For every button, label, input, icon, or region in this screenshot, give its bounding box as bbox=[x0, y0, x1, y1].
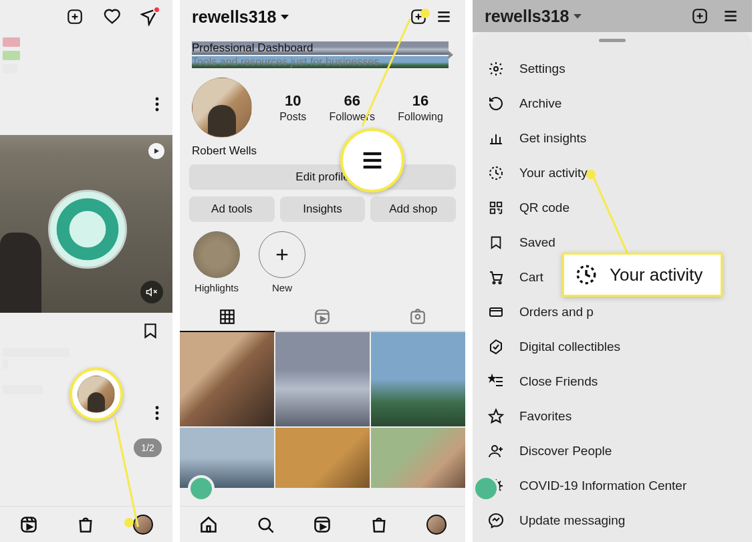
menu-icon-callout bbox=[340, 128, 404, 192]
svg-rect-57 bbox=[497, 202, 501, 207]
svg-point-68 bbox=[492, 446, 497, 451]
search-icon[interactable] bbox=[256, 515, 275, 534]
full-name: Robert Wells bbox=[180, 140, 465, 164]
menu-orders[interactable]: Orders and payments bbox=[473, 295, 752, 329]
svg-point-9 bbox=[156, 406, 159, 410]
chevron-down-icon bbox=[281, 15, 289, 19]
post-thumb[interactable] bbox=[275, 428, 370, 488]
profile-tabs bbox=[180, 303, 465, 332]
create-icon[interactable] bbox=[66, 7, 84, 26]
chevron-down-icon bbox=[574, 14, 582, 19]
tab-posts-grid[interactable] bbox=[180, 303, 275, 332]
bookmark-icon bbox=[487, 235, 505, 250]
archive-icon bbox=[487, 96, 505, 112]
shop-icon[interactable] bbox=[76, 515, 95, 534]
svg-rect-56 bbox=[491, 202, 495, 207]
chevron-right-icon bbox=[449, 51, 453, 59]
svg-line-37 bbox=[268, 527, 273, 532]
add-shop-button[interactable]: Add shop bbox=[370, 196, 456, 222]
menu-icon[interactable] bbox=[434, 7, 453, 26]
post-thumb[interactable] bbox=[371, 332, 465, 426]
menu-covid[interactable]: COVID-19 Information Center bbox=[473, 468, 752, 503]
post-thumb[interactable] bbox=[275, 332, 370, 426]
svg-rect-25 bbox=[221, 310, 234, 323]
menu-digital[interactable]: Digital collectibles bbox=[473, 329, 752, 364]
story-row bbox=[0, 33, 172, 76]
svg-rect-35 bbox=[207, 526, 210, 531]
highlight-new[interactable]: New bbox=[259, 231, 305, 293]
mute-icon[interactable] bbox=[140, 281, 163, 303]
menu-discover[interactable]: Discover People bbox=[473, 434, 752, 468]
svg-point-59 bbox=[493, 282, 495, 284]
bottom-nav bbox=[0, 506, 172, 542]
feed-topbar bbox=[0, 0, 172, 33]
card-icon bbox=[487, 304, 505, 320]
username-dropdown[interactable]: rewells318 bbox=[485, 7, 690, 26]
stat-following[interactable]: 16 Following bbox=[398, 92, 443, 123]
svg-marker-16 bbox=[27, 525, 31, 529]
menu-favorites[interactable]: Favorites bbox=[473, 399, 752, 434]
messages-icon[interactable] bbox=[140, 7, 159, 26]
activity-heart-icon[interactable] bbox=[103, 7, 122, 26]
menu-update-messaging[interactable]: Update messaging bbox=[473, 503, 752, 538]
profile-avatar[interactable] bbox=[192, 78, 252, 138]
post-thumb[interactable] bbox=[180, 332, 274, 426]
activity-icon bbox=[487, 165, 505, 181]
messages-badge bbox=[153, 6, 160, 13]
profile-stats: 10 Posts 66 Followers 16 Following bbox=[268, 92, 455, 123]
post-thumb[interactable] bbox=[371, 428, 465, 488]
svg-point-3 bbox=[156, 98, 159, 101]
fab-compose[interactable] bbox=[473, 475, 499, 502]
svg-marker-67 bbox=[489, 410, 503, 422]
reels-icon[interactable] bbox=[19, 515, 38, 534]
reels-icon[interactable] bbox=[313, 515, 332, 534]
menu-archive[interactable]: Archive bbox=[473, 86, 752, 121]
svg-point-5 bbox=[156, 108, 159, 112]
stat-posts[interactable]: 10 Posts bbox=[279, 92, 306, 123]
username-dropdown[interactable]: rewells318 bbox=[192, 7, 402, 27]
svg-point-4 bbox=[156, 103, 159, 106]
svg-rect-58 bbox=[491, 209, 495, 213]
menu-insights[interactable]: Get insights bbox=[473, 121, 752, 156]
more-icon[interactable] bbox=[155, 97, 159, 114]
username-text: rewells318 bbox=[192, 7, 277, 27]
menu-your-activity[interactable]: Your activity bbox=[473, 156, 752, 190]
shop-icon[interactable] bbox=[370, 515, 388, 534]
tab-tagged[interactable] bbox=[370, 303, 465, 331]
svg-marker-63 bbox=[489, 376, 495, 381]
dimmed-header: rewells318 bbox=[473, 0, 752, 32]
create-icon[interactable] bbox=[690, 7, 709, 25]
svg-point-10 bbox=[156, 412, 159, 415]
menu-settings[interactable]: Settings bbox=[473, 51, 752, 86]
highlights-row: Highlights New bbox=[180, 231, 465, 303]
profile-tab-avatar[interactable] bbox=[426, 515, 447, 535]
menu-close-friends[interactable]: Close Friends bbox=[473, 364, 752, 399]
save-post-icon[interactable] bbox=[0, 313, 172, 345]
activity-icon bbox=[575, 263, 598, 286]
professional-dashboard-link[interactable]: Professional Dashboard Tools and resourc… bbox=[186, 35, 459, 75]
messenger-icon bbox=[487, 513, 505, 529]
fab-compose[interactable] bbox=[188, 475, 215, 502]
list-star-icon bbox=[487, 374, 505, 390]
dashboard-title: Professional Dashboard bbox=[192, 41, 449, 55]
qrcode-icon bbox=[487, 200, 505, 215]
avatar-callout bbox=[70, 368, 123, 421]
svg-rect-61 bbox=[490, 308, 502, 316]
home-icon[interactable] bbox=[199, 515, 218, 534]
tab-reels[interactable] bbox=[275, 303, 370, 331]
more-icon[interactable] bbox=[155, 406, 159, 423]
svg-line-79 bbox=[499, 481, 501, 483]
feed-post-image[interactable] bbox=[0, 135, 172, 313]
person-add-icon bbox=[487, 443, 505, 459]
insights-button[interactable]: Insights bbox=[280, 196, 366, 222]
bottom-nav bbox=[180, 506, 465, 542]
gear-icon bbox=[487, 61, 505, 77]
page-indicator: 1/2 bbox=[134, 438, 162, 457]
svg-marker-32 bbox=[321, 317, 326, 321]
menu-icon[interactable] bbox=[721, 7, 740, 25]
sheet-grabber[interactable] bbox=[599, 39, 626, 42]
highlight-item[interactable]: Highlights bbox=[193, 231, 240, 293]
edit-profile-button[interactable]: Edit profile bbox=[189, 164, 456, 190]
ad-tools-button[interactable]: Ad tools bbox=[189, 196, 275, 222]
stat-followers[interactable]: 66 Followers bbox=[329, 92, 374, 123]
